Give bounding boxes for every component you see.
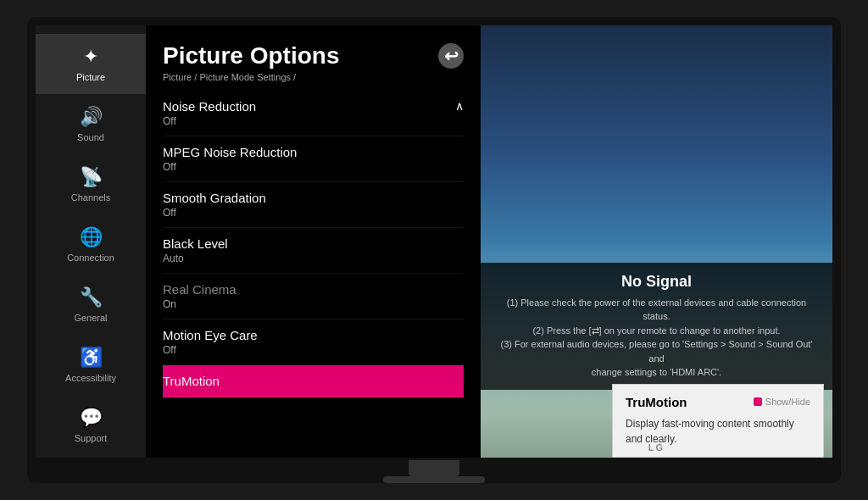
sidebar-item-support-label: Support [75,433,108,443]
channels-icon: 📡 [80,166,103,188]
expand-arrow-icon: ∧ [455,99,464,113]
trumotion-show-hide-label: Show/Hide [765,397,810,407]
no-signal-line-4: change settings to 'HDMI ARC'. [498,365,815,380]
trumotion-show-hide[interactable]: Show/Hide [754,397,810,407]
noise-reduction-label: Noise Reduction [163,99,464,114]
no-signal-line-2: (2) Press the [⇄] on your remote to chan… [498,324,815,338]
tv-base [383,476,485,483]
trumotion-label: TruMotion [163,374,464,388]
page-title: Picture Options [163,42,339,69]
sidebar-item-picture-label: Picture [76,72,105,82]
connection-icon: 🌐 [80,226,103,248]
no-signal-line-1: (1) Please check the power of the extern… [498,296,815,324]
smooth-gradation-value: Off [163,207,464,219]
menu-item-trumotion[interactable]: TruMotion ∨ [163,365,464,397]
sidebar-item-sound[interactable]: 🔊 Sound [36,94,146,154]
motion-eye-care-label: Motion Eye Care [163,328,464,342]
breadcrumb: Picture / Picture Mode Settings / [163,72,464,82]
mpeg-noise-value: Off [163,161,464,173]
sidebar-item-picture[interactable]: ✦ Picture [36,34,146,94]
tv-stand [409,460,459,477]
lg-logo: LG [648,442,665,453]
sidebar-item-sound-label: Sound [77,132,104,142]
real-cinema-label: Real Cinema [163,282,464,297]
motion-eye-care-value: Off [163,344,464,356]
trumotion-popup-header: TruMotion Show/Hide [626,395,810,409]
tv-content-area: No Signal (1) Please check the power of … [481,25,832,458]
menu-item-mpeg-noise[interactable]: MPEG Noise Reduction Off [163,136,464,182]
menu-item-black-level[interactable]: Black Level Auto [163,228,464,274]
sidebar-item-general[interactable]: 🔧 General [36,275,146,335]
trumotion-popup-title: TruMotion [626,395,687,409]
menu-list: Noise Reduction Off ∧ MPEG Noise Reducti… [163,91,464,449]
support-icon: 💬 [80,407,103,429]
black-level-label: Black Level [163,236,464,251]
menu-item-smooth-gradation[interactable]: Smooth Gradation Off [163,182,464,228]
picture-icon: ✦ [83,46,98,68]
menu-item-motion-eye-care[interactable]: Motion Eye Care Off [163,319,464,365]
no-signal-text: (1) Please check the power of the extern… [498,296,815,380]
mpeg-noise-label: MPEG Noise Reduction [163,145,464,159]
panel-title-row: Picture Options ↩ [163,42,464,69]
accessibility-icon: ♿ [80,347,103,369]
panel-header: Picture Options ↩ Picture / Picture Mode… [163,42,464,82]
tv-screen: ✦ Picture 🔊 Sound 📡 Channels 🌐 Connectio… [36,25,832,458]
smooth-gradation-label: Smooth Gradation [163,191,464,205]
no-signal-bar: No Signal (1) Please check the power of … [481,263,832,390]
main-panel: Picture Options ↩ Picture / Picture Mode… [146,25,481,458]
back-button[interactable]: ↩ [438,43,464,69]
sidebar-item-accessibility-label: Accessibility [65,373,116,383]
trumotion-popup: TruMotion Show/Hide Display fast-moving … [612,384,824,458]
sound-icon: 🔊 [80,106,103,128]
sidebar: ✦ Picture 🔊 Sound 📡 Channels 🌐 Connectio… [36,25,146,458]
red-dot-icon [754,397,762,406]
tv-frame: ✦ Picture 🔊 Sound 📡 Channels 🌐 Connectio… [27,17,841,483]
menu-item-noise-reduction[interactable]: Noise Reduction Off ∧ [163,91,464,136]
sidebar-item-support[interactable]: 💬 Support [36,395,146,455]
no-signal-line-3: (3) For external audio devices, please g… [498,337,815,365]
black-level-value: Auto [163,253,464,264]
sidebar-item-channels[interactable]: 📡 Channels [36,154,146,214]
sidebar-item-connection[interactable]: 🌐 Connection [36,214,146,275]
general-icon: 🔧 [80,286,103,308]
menu-item-real-cinema[interactable]: Real Cinema On [163,274,464,319]
sidebar-item-connection-label: Connection [67,253,114,263]
real-cinema-value: On [163,298,464,310]
sidebar-item-channels-label: Channels [71,192,110,203]
sidebar-item-accessibility[interactable]: ♿ Accessibility [36,335,146,395]
noise-reduction-value: Off [163,115,464,127]
no-signal-title: No Signal [498,273,815,291]
sidebar-item-general-label: General [74,313,107,323]
